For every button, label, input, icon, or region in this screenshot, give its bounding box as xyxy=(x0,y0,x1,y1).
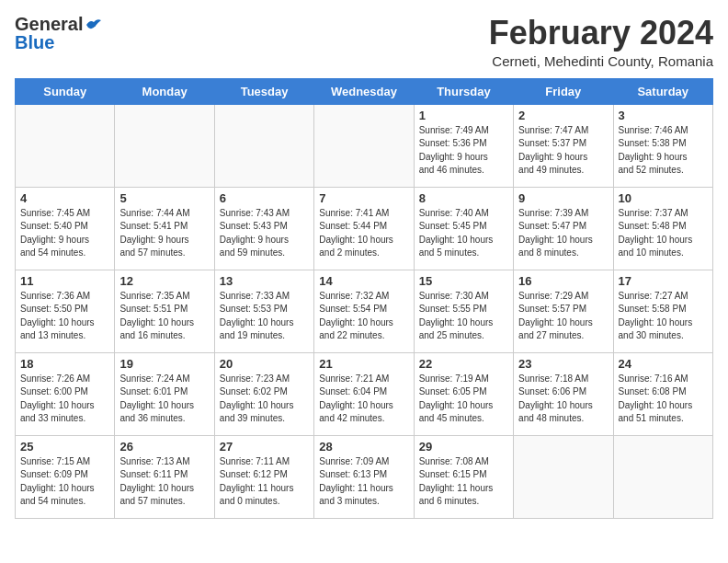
day-number: 5 xyxy=(119,191,209,205)
day-info: Sunrise: 7:46 AM Sunset: 5:38 PM Dayligh… xyxy=(619,124,708,178)
calendar-cell xyxy=(214,104,313,187)
calendar-cell xyxy=(514,435,613,518)
day-info: Sunrise: 7:21 AM Sunset: 6:04 PM Dayligh… xyxy=(319,373,408,426)
calendar-cell: 19Sunrise: 7:24 AM Sunset: 6:01 PM Dayli… xyxy=(115,352,214,435)
day-info: Sunrise: 7:32 AM Sunset: 5:54 PM Dayligh… xyxy=(319,290,408,343)
page-header: General Blue February 2024 Cerneti, Mehe… xyxy=(15,15,713,69)
day-info: Sunrise: 7:35 AM Sunset: 5:51 PM Dayligh… xyxy=(119,290,209,343)
day-number: 13 xyxy=(220,274,309,288)
calendar-cell: 15Sunrise: 7:30 AM Sunset: 5:55 PM Dayli… xyxy=(414,270,513,352)
day-number: 8 xyxy=(419,191,508,205)
calendar-cell: 25Sunrise: 7:15 AM Sunset: 6:09 PM Dayli… xyxy=(16,435,115,518)
calendar-week-row: 11Sunrise: 7:36 AM Sunset: 5:50 PM Dayli… xyxy=(16,270,713,352)
calendar-cell: 4Sunrise: 7:45 AM Sunset: 5:40 PM Daylig… xyxy=(16,187,115,270)
calendar-cell: 23Sunrise: 7:18 AM Sunset: 6:06 PM Dayli… xyxy=(514,352,613,435)
day-info: Sunrise: 7:09 AM Sunset: 6:13 PM Dayligh… xyxy=(319,455,408,509)
day-info: Sunrise: 7:36 AM Sunset: 5:50 PM Dayligh… xyxy=(20,290,109,343)
calendar-cell: 11Sunrise: 7:36 AM Sunset: 5:50 PM Dayli… xyxy=(16,270,115,352)
day-info: Sunrise: 7:19 AM Sunset: 6:05 PM Dayligh… xyxy=(419,373,508,426)
day-info: Sunrise: 7:40 AM Sunset: 5:45 PM Dayligh… xyxy=(419,207,508,260)
calendar-cell: 20Sunrise: 7:23 AM Sunset: 6:02 PM Dayli… xyxy=(214,352,313,435)
calendar-cell: 12Sunrise: 7:35 AM Sunset: 5:51 PM Dayli… xyxy=(115,270,214,352)
calendar-cell: 27Sunrise: 7:11 AM Sunset: 6:12 PM Dayli… xyxy=(214,435,313,518)
weekday-header: Sunday xyxy=(16,78,115,104)
day-number: 21 xyxy=(319,357,408,371)
calendar-table: SundayMondayTuesdayWednesdayThursdayFrid… xyxy=(15,78,713,519)
day-number: 7 xyxy=(319,191,408,205)
calendar-cell xyxy=(16,104,115,187)
calendar-cell: 16Sunrise: 7:29 AM Sunset: 5:57 PM Dayli… xyxy=(514,270,613,352)
weekday-header: Saturday xyxy=(613,78,712,104)
location-text: Cerneti, Mehedinti County, Romania xyxy=(489,53,713,69)
day-info: Sunrise: 7:43 AM Sunset: 5:43 PM Dayligh… xyxy=(220,207,309,260)
calendar-cell: 21Sunrise: 7:21 AM Sunset: 6:04 PM Dayli… xyxy=(314,352,414,435)
day-number: 16 xyxy=(518,274,608,288)
calendar-cell: 24Sunrise: 7:16 AM Sunset: 6:08 PM Dayli… xyxy=(613,352,712,435)
day-number: 26 xyxy=(119,440,209,454)
day-number: 2 xyxy=(518,109,608,122)
day-info: Sunrise: 7:29 AM Sunset: 5:57 PM Dayligh… xyxy=(518,290,608,343)
calendar-cell: 10Sunrise: 7:37 AM Sunset: 5:48 PM Dayli… xyxy=(613,187,712,270)
day-number: 25 xyxy=(20,440,109,454)
day-number: 11 xyxy=(20,274,109,288)
calendar-cell: 17Sunrise: 7:27 AM Sunset: 5:58 PM Dayli… xyxy=(613,270,712,352)
calendar-week-row: 4Sunrise: 7:45 AM Sunset: 5:40 PM Daylig… xyxy=(16,187,713,270)
calendar-cell xyxy=(314,104,414,187)
day-info: Sunrise: 7:26 AM Sunset: 6:00 PM Dayligh… xyxy=(20,373,109,426)
weekday-header: Tuesday xyxy=(214,78,313,104)
day-info: Sunrise: 7:45 AM Sunset: 5:40 PM Dayligh… xyxy=(20,207,109,260)
day-info: Sunrise: 7:33 AM Sunset: 5:53 PM Dayligh… xyxy=(220,290,309,343)
logo: General Blue xyxy=(15,15,101,52)
calendar-cell: 8Sunrise: 7:40 AM Sunset: 5:45 PM Daylig… xyxy=(414,187,513,270)
day-number: 27 xyxy=(220,440,309,454)
day-info: Sunrise: 7:37 AM Sunset: 5:48 PM Dayligh… xyxy=(619,207,708,260)
day-number: 29 xyxy=(419,440,508,454)
day-number: 14 xyxy=(319,274,408,288)
calendar-cell: 29Sunrise: 7:08 AM Sunset: 6:15 PM Dayli… xyxy=(414,435,513,518)
day-number: 4 xyxy=(20,191,109,205)
day-info: Sunrise: 7:16 AM Sunset: 6:08 PM Dayligh… xyxy=(619,373,708,426)
calendar-cell: 3Sunrise: 7:46 AM Sunset: 5:38 PM Daylig… xyxy=(613,104,712,187)
day-number: 28 xyxy=(319,440,408,454)
day-info: Sunrise: 7:13 AM Sunset: 6:11 PM Dayligh… xyxy=(119,455,209,509)
day-info: Sunrise: 7:24 AM Sunset: 6:01 PM Dayligh… xyxy=(119,373,209,426)
day-info: Sunrise: 7:30 AM Sunset: 5:55 PM Dayligh… xyxy=(419,290,508,343)
logo-blue-text: Blue xyxy=(15,33,54,52)
day-number: 19 xyxy=(119,357,209,371)
calendar-cell: 22Sunrise: 7:19 AM Sunset: 6:05 PM Dayli… xyxy=(414,352,513,435)
day-info: Sunrise: 7:44 AM Sunset: 5:41 PM Dayligh… xyxy=(119,207,209,260)
day-number: 18 xyxy=(20,357,109,371)
weekday-header: Monday xyxy=(115,78,214,104)
calendar-cell: 28Sunrise: 7:09 AM Sunset: 6:13 PM Dayli… xyxy=(314,435,414,518)
day-info: Sunrise: 7:23 AM Sunset: 6:02 PM Dayligh… xyxy=(220,373,309,426)
day-number: 6 xyxy=(220,191,309,205)
title-area: February 2024 Cerneti, Mehedinti County,… xyxy=(489,15,713,69)
month-year-title: February 2024 xyxy=(489,15,713,52)
day-info: Sunrise: 7:41 AM Sunset: 5:44 PM Dayligh… xyxy=(319,207,408,260)
logo-bird-icon xyxy=(85,17,101,30)
calendar-cell: 14Sunrise: 7:32 AM Sunset: 5:54 PM Dayli… xyxy=(314,270,414,352)
calendar-cell: 26Sunrise: 7:13 AM Sunset: 6:11 PM Dayli… xyxy=(115,435,214,518)
calendar-cell: 5Sunrise: 7:44 AM Sunset: 5:41 PM Daylig… xyxy=(115,187,214,270)
day-info: Sunrise: 7:18 AM Sunset: 6:06 PM Dayligh… xyxy=(518,373,608,426)
day-number: 9 xyxy=(518,191,608,205)
calendar-cell: 2Sunrise: 7:47 AM Sunset: 5:37 PM Daylig… xyxy=(514,104,613,187)
day-info: Sunrise: 7:27 AM Sunset: 5:58 PM Dayligh… xyxy=(619,290,708,343)
day-info: Sunrise: 7:11 AM Sunset: 6:12 PM Dayligh… xyxy=(220,455,309,509)
calendar-cell: 6Sunrise: 7:43 AM Sunset: 5:43 PM Daylig… xyxy=(214,187,313,270)
calendar-week-row: 25Sunrise: 7:15 AM Sunset: 6:09 PM Dayli… xyxy=(16,435,713,518)
day-info: Sunrise: 7:49 AM Sunset: 5:36 PM Dayligh… xyxy=(419,124,508,178)
day-number: 17 xyxy=(619,274,708,288)
calendar-header-row: SundayMondayTuesdayWednesdayThursdayFrid… xyxy=(16,78,713,104)
day-number: 12 xyxy=(119,274,209,288)
day-number: 1 xyxy=(419,109,508,122)
day-number: 10 xyxy=(619,191,708,205)
calendar-cell: 7Sunrise: 7:41 AM Sunset: 5:44 PM Daylig… xyxy=(314,187,414,270)
calendar-cell: 18Sunrise: 7:26 AM Sunset: 6:00 PM Dayli… xyxy=(16,352,115,435)
day-number: 22 xyxy=(419,357,508,371)
day-number: 15 xyxy=(419,274,508,288)
calendar-cell xyxy=(115,104,214,187)
day-info: Sunrise: 7:15 AM Sunset: 6:09 PM Dayligh… xyxy=(20,455,109,509)
calendar-cell xyxy=(613,435,712,518)
calendar-week-row: 1Sunrise: 7:49 AM Sunset: 5:36 PM Daylig… xyxy=(16,104,713,187)
